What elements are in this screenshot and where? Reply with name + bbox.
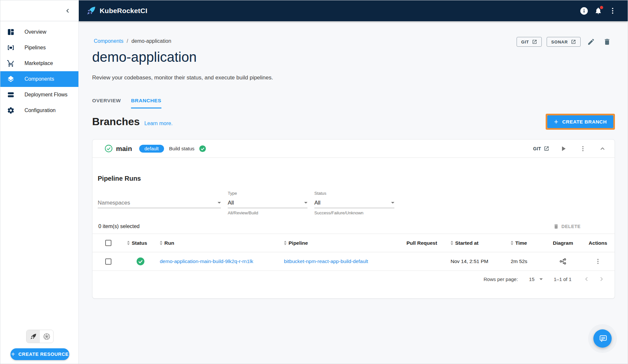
- sort-icon[interactable]: [511, 241, 513, 245]
- branch-success-outline-icon: [105, 144, 113, 153]
- branch-card: main default Build status GIT: [92, 139, 615, 299]
- column-pipeline[interactable]: Pipeline: [279, 240, 401, 246]
- namespaces-input[interactable]: [98, 200, 216, 206]
- delete-label: DELETE: [561, 224, 581, 229]
- status-filter-label: Status: [314, 191, 394, 196]
- chevron-down-icon: [304, 202, 307, 204]
- sort-icon[interactable]: [160, 241, 162, 245]
- delete-trash-icon[interactable]: [602, 36, 613, 47]
- sort-icon[interactable]: [284, 241, 287, 245]
- sort-icon[interactable]: [127, 241, 130, 245]
- pagination-range: 1–1 of 1: [554, 276, 571, 282]
- dashboard-icon: [7, 28, 15, 36]
- rows-per-page-label: Rows per page:: [484, 276, 518, 282]
- branches-heading: Branches: [92, 116, 140, 128]
- pipelines-icon: [7, 44, 15, 52]
- run-status-cell: [122, 257, 155, 266]
- app-title: KubeRocketCI: [100, 7, 147, 15]
- app-logo: KubeRocketCI: [79, 6, 147, 16]
- sidebar-item-overview[interactable]: Overview: [0, 24, 78, 40]
- top-app-bar: KubeRocketCI: [79, 0, 628, 21]
- create-branch-button[interactable]: + CREATE BRANCH: [547, 115, 613, 128]
- namespaces-filter[interactable]: [98, 198, 221, 208]
- type-filter[interactable]: Type All All/Review/Build: [228, 191, 307, 208]
- run-play-icon[interactable]: [558, 143, 569, 154]
- gear-icon: [7, 107, 15, 114]
- branch-card-header: main default Build status GIT: [92, 140, 615, 158]
- sidebar-item-marketplace[interactable]: Marketplace: [0, 56, 78, 71]
- edit-pencil-icon[interactable]: [586, 36, 597, 47]
- tabs: OVERVIEW BRANCHES: [92, 94, 161, 108]
- select-all-checkbox[interactable]: [105, 240, 111, 246]
- kubernetes-view-toggle[interactable]: [40, 330, 53, 343]
- branch-git-link[interactable]: GIT: [533, 146, 549, 151]
- tab-branches[interactable]: BRANCHES: [131, 94, 161, 108]
- type-filter-label: Type: [228, 191, 307, 196]
- tab-overview[interactable]: OVERVIEW: [92, 94, 121, 108]
- rows-per-page-value: 15: [529, 276, 535, 282]
- breadcrumb-components-link[interactable]: Components: [94, 38, 124, 44]
- selection-count-text: 0 item(s) selected: [98, 223, 140, 229]
- status-filter-helper: Success/Failure/Unknown: [314, 210, 363, 215]
- previous-page-icon[interactable]: [583, 275, 590, 283]
- learn-more-link[interactable]: Learn more.: [144, 121, 173, 126]
- view-toggle-group: [26, 330, 54, 343]
- sidebar-item-components[interactable]: Components: [0, 71, 78, 87]
- delete-selected-button[interactable]: DELETE: [553, 223, 581, 229]
- column-time[interactable]: Time: [505, 240, 545, 246]
- rocket-view-toggle[interactable]: [26, 330, 40, 343]
- sidebar-item-label: Pipelines: [25, 45, 46, 51]
- sidebar-item-deployment-flows[interactable]: Deployment Flows: [0, 87, 78, 103]
- chevron-down-icon: [539, 278, 543, 280]
- sonar-button-label: SONAR: [551, 40, 568, 44]
- chevron-down-icon: [218, 202, 221, 204]
- build-status-label: Build status: [169, 146, 195, 151]
- diagram-tree-icon[interactable]: [559, 257, 567, 266]
- next-page-icon[interactable]: [598, 275, 605, 283]
- sidebar-item-label: Configuration: [25, 108, 56, 113]
- notifications-bell-icon[interactable]: [594, 7, 603, 15]
- row-checkbox[interactable]: [105, 258, 111, 265]
- sidebar-item-configuration[interactable]: Configuration: [0, 103, 78, 118]
- git-button-label: GIT: [521, 40, 529, 44]
- pipeline-runs-heading: Pipeline Runs: [98, 175, 615, 182]
- page-subtitle: Review your codebases, monitor their sta…: [92, 74, 273, 81]
- create-resource-button[interactable]: + CREATE RESOURCE: [10, 348, 69, 360]
- run-success-icon: [136, 257, 145, 266]
- time-cell: 2m 52s: [505, 258, 545, 264]
- status-filter[interactable]: Status All Success/Failure/Unknown: [314, 191, 394, 208]
- plus-icon: +: [554, 118, 558, 125]
- sort-icon[interactable]: [451, 241, 453, 245]
- page-title: demo-application: [92, 49, 197, 65]
- column-run[interactable]: Run: [155, 240, 279, 246]
- branch-git-label: GIT: [533, 146, 541, 151]
- create-branch-label: CREATE BRANCH: [562, 119, 607, 124]
- branch-kebab-icon[interactable]: [577, 143, 588, 154]
- info-icon[interactable]: [580, 7, 588, 15]
- external-link-icon: [532, 39, 537, 44]
- sidebar-nav: Overview Pipelines Marketplace Component…: [0, 21, 79, 364]
- pipeline-name-link[interactable]: bitbucket-npm-react-app-build-default: [284, 258, 368, 264]
- rocket-logo-icon: [86, 6, 96, 16]
- table-row: demo-application-main-build-9lk2q-r-rn1l…: [92, 252, 615, 271]
- row-kebab-icon[interactable]: [594, 258, 602, 265]
- column-status[interactable]: Status: [122, 240, 155, 246]
- column-started-at[interactable]: Started at: [445, 240, 505, 246]
- run-name-link[interactable]: demo-application-main-build-9lk2q-r-rn1l…: [160, 258, 253, 264]
- breadcrumb-current: demo-application: [131, 38, 171, 44]
- sonar-button[interactable]: SONAR: [547, 37, 581, 47]
- rows-per-page-select[interactable]: 15: [529, 276, 543, 282]
- sidebar-item-label: Components: [25, 76, 54, 82]
- column-pull-request: Pull Request: [401, 240, 445, 246]
- chevron-down-icon: [391, 202, 394, 204]
- external-link-icon: [571, 39, 576, 44]
- external-link-icon: [544, 146, 549, 151]
- git-button[interactable]: GIT: [517, 37, 542, 47]
- collapse-sidebar-icon[interactable]: [64, 7, 72, 15]
- collapse-chevron-up-icon[interactable]: [597, 143, 608, 154]
- row-actions-cell: [581, 258, 615, 265]
- kebab-menu-icon[interactable]: [608, 7, 617, 15]
- chat-fab-button[interactable]: [593, 329, 612, 348]
- sidebar-item-pipelines[interactable]: Pipelines: [0, 40, 78, 56]
- highlight-ring: + CREATE BRANCH: [546, 114, 615, 130]
